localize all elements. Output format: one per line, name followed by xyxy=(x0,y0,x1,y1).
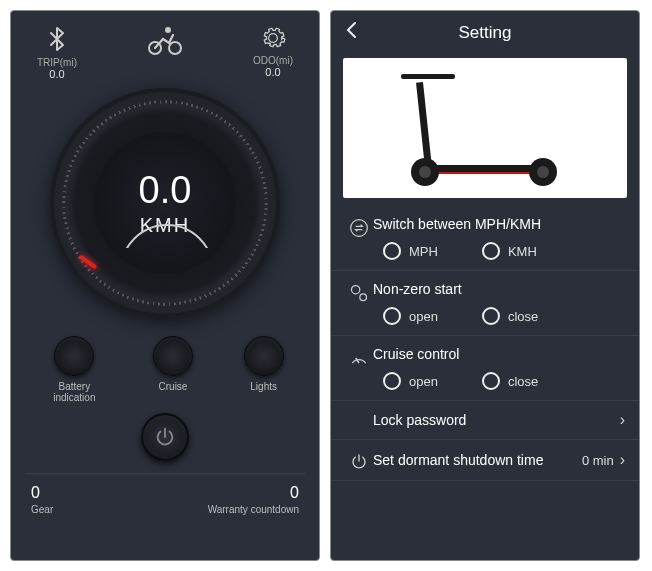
radio-mph[interactable]: MPH xyxy=(383,242,438,260)
settings-title: Setting xyxy=(345,23,625,43)
product-image xyxy=(343,58,627,198)
gears-icon xyxy=(349,283,369,303)
svg-point-4 xyxy=(352,286,360,294)
lock-password-row[interactable]: Lock password › xyxy=(331,401,639,440)
bluetooth-column: TRIP(mi) 0.0 xyxy=(27,25,87,80)
svg-point-1 xyxy=(169,42,181,54)
gauge-arc xyxy=(120,224,210,248)
radio-kmh-label: KMH xyxy=(508,244,537,259)
speedometer: 0.0 KMH xyxy=(11,88,319,318)
battery-button[interactable]: Battery indication xyxy=(46,336,102,403)
radio-nonzero-close[interactable]: close xyxy=(482,307,538,325)
radio-cruise-open-label: open xyxy=(409,374,438,389)
gear-value: 0 xyxy=(31,484,53,502)
power-small-icon xyxy=(350,452,368,470)
cyclist-icon[interactable] xyxy=(145,25,185,55)
chevron-right-icon: › xyxy=(620,451,625,469)
cruise-label: Cruise control xyxy=(373,346,625,362)
gear-column: 0 Gear xyxy=(31,484,53,515)
top-bar: TRIP(mi) 0.0 ODO(mi) 0.0 xyxy=(11,11,319,84)
cruise-button[interactable]: Cruise xyxy=(153,336,193,403)
svg-point-5 xyxy=(360,294,367,301)
warranty-label: Warranty countdown xyxy=(208,504,299,515)
trip-label: TRIP(mi) xyxy=(37,57,77,68)
settings-column: ODO(mi) 0.0 xyxy=(243,25,303,78)
radio-cruise-open[interactable]: open xyxy=(383,372,438,390)
speed-value: 0.0 xyxy=(139,169,192,212)
odo-value: 0.0 xyxy=(265,66,280,78)
battery-label: Battery indication xyxy=(46,381,102,403)
dormant-label: Set dormant shutdown time xyxy=(373,452,582,468)
settings-screen: Setting Switch between MPH/KMH MPH KMH xyxy=(330,10,640,561)
warranty-value: 0 xyxy=(290,484,299,502)
swap-icon xyxy=(349,218,369,238)
chevron-right-icon: › xyxy=(620,411,625,429)
dormant-value: 0 min xyxy=(582,453,614,468)
svg-point-2 xyxy=(165,27,171,33)
gear-label: Gear xyxy=(31,504,53,515)
lights-icon xyxy=(244,336,284,376)
dormant-row[interactable]: Set dormant shutdown time 0 min › xyxy=(331,440,639,481)
cruise-icon xyxy=(153,336,193,376)
cruise-label: Cruise xyxy=(159,381,188,392)
radio-cruise-close[interactable]: close xyxy=(482,372,538,390)
lights-button[interactable]: Lights xyxy=(244,336,284,403)
scooter-illustration xyxy=(405,70,565,186)
unit-setting-row: Switch between MPH/KMH MPH KMH xyxy=(331,206,639,271)
lock-label: Lock password xyxy=(373,412,620,428)
divider xyxy=(25,473,305,474)
nonzero-label: Non-zero start xyxy=(373,281,625,297)
lights-label: Lights xyxy=(250,381,277,392)
bottom-row: 0 Gear 0 Warranty countdown xyxy=(11,480,319,527)
power-button[interactable] xyxy=(141,413,189,461)
mode-column xyxy=(87,25,243,55)
svg-point-3 xyxy=(351,220,368,237)
radio-nonzero-open-label: open xyxy=(409,309,438,324)
battery-icon xyxy=(54,336,94,376)
dial-icon xyxy=(349,348,369,368)
radio-kmh[interactable]: KMH xyxy=(482,242,537,260)
radio-mph-label: MPH xyxy=(409,244,438,259)
settings-header: Setting xyxy=(331,11,639,54)
gear-icon[interactable] xyxy=(260,25,286,51)
radio-cruise-close-label: close xyxy=(508,374,538,389)
warranty-column: 0 Warranty countdown xyxy=(208,484,299,515)
function-row: Battery indication Cruise Lights xyxy=(11,318,319,407)
bluetooth-icon[interactable] xyxy=(45,25,69,53)
power-icon xyxy=(154,426,176,448)
radio-nonzero-open[interactable]: open xyxy=(383,307,438,325)
trip-value: 0.0 xyxy=(49,68,64,80)
unit-label: Switch between MPH/KMH xyxy=(373,216,625,232)
cruise-setting-row: Cruise control open close xyxy=(331,336,639,401)
odo-label: ODO(mi) xyxy=(253,55,293,66)
dashboard-screen: TRIP(mi) 0.0 ODO(mi) 0.0 0.0 KMH Battery… xyxy=(10,10,320,561)
radio-nonzero-close-label: close xyxy=(508,309,538,324)
nonzero-setting-row: Non-zero start open close xyxy=(331,271,639,336)
